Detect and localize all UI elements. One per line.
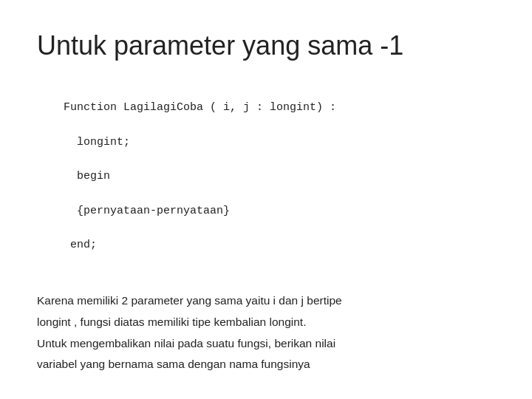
desc-line-1: Karena memiliki 2 parameter yang sama ya…	[37, 292, 495, 310]
code-line-5: end;	[64, 239, 97, 251]
slide-title: Untuk parameter yang sama -1	[37, 30, 495, 61]
code-line-1: Function LagilаgiCoba ( i, j : longint) …	[64, 101, 336, 114]
code-line-2: longint;	[64, 136, 130, 149]
code-line-3: begin	[64, 170, 110, 183]
desc-line-3: Untuk mengembalikan nilai pada suatu fun…	[37, 335, 495, 353]
desc-line-4: variabel yang bernama sama dengan nama f…	[37, 355, 495, 374]
description-block: Karena memiliki 2 parameter yang sama ya…	[37, 292, 495, 377]
slide-container: Untuk parameter yang sama -1 Function La…	[0, 0, 532, 399]
code-line-4: {pernyataan-pernyataan}	[64, 205, 230, 217]
desc-line-2: longint , fungsi diatas memiliki tipe ke…	[37, 313, 495, 332]
code-block: Function LagilаgiCoba ( i, j : longint) …	[37, 82, 495, 271]
